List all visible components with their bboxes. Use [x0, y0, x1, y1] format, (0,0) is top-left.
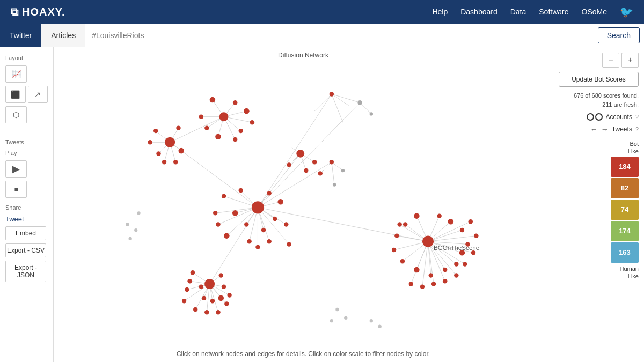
svg-point-161: [422, 236, 434, 247]
sidebar: Layout 📈 ⬛ ↗ ⬡ Tweets Play ▶ ■ Share Twe…: [0, 47, 54, 362]
accounts-label: Accounts: [606, 113, 632, 121]
svg-point-166: [218, 295, 224, 301]
svg-point-104: [244, 108, 250, 114]
zoom-out-button[interactable]: −: [602, 53, 619, 68]
nav-osome[interactable]: OSoMe: [582, 8, 607, 16]
export-csv-button[interactable]: Export - CSV: [5, 243, 46, 257]
svg-point-150: [394, 233, 399, 238]
legend-bar-3[interactable]: 174: [611, 221, 639, 241]
arrow-right-icon: →: [601, 125, 609, 134]
svg-point-134: [267, 239, 271, 243]
svg-point-144: [454, 262, 458, 266]
svg-point-147: [414, 267, 420, 273]
legend-top-label: Bot Like: [628, 140, 639, 156]
svg-point-106: [239, 129, 243, 133]
svg-point-137: [403, 222, 407, 226]
svg-point-119: [165, 137, 175, 147]
svg-point-100: [370, 319, 373, 322]
tab-articles[interactable]: Articles: [41, 24, 85, 47]
legend-bar-0[interactable]: 184: [611, 157, 639, 177]
embed-button[interactable]: Embed: [5, 226, 46, 240]
svg-point-178: [330, 92, 334, 96]
svg-point-121: [232, 210, 238, 216]
legend-bar-2[interactable]: 74: [611, 200, 639, 220]
tweets-label: Tweets: [5, 139, 48, 145]
network-btn[interactable]: ⬡: [5, 106, 27, 123]
logo-text: HOAXY.: [22, 6, 65, 18]
svg-point-94: [137, 211, 140, 215]
area-chart-btn[interactable]: ⬛: [5, 86, 26, 103]
svg-point-112: [153, 129, 158, 133]
node-label: BGOnTheScene: [434, 244, 479, 251]
svg-point-127: [284, 222, 288, 226]
svg-point-173: [204, 310, 209, 314]
svg-point-93: [126, 223, 129, 226]
svg-point-186: [318, 171, 322, 175]
legend-bar-1[interactable]: 82: [611, 178, 639, 198]
twitter-icon[interactable]: 🐦: [620, 5, 633, 18]
svg-point-98: [344, 316, 347, 320]
svg-point-182: [312, 160, 317, 164]
svg-point-95: [134, 228, 137, 232]
nav-data[interactable]: Data: [510, 8, 526, 16]
svg-point-154: [431, 282, 436, 286]
header: ⧉ HOAXY. Help Dashboard Data Software OS…: [0, 0, 644, 24]
svg-rect-0: [54, 49, 553, 360]
line-chart-btn[interactable]: 📈: [5, 65, 27, 83]
tweet-link[interactable]: Tweet: [5, 215, 48, 223]
svg-point-123: [267, 191, 271, 195]
svg-point-145: [443, 268, 447, 272]
svg-point-149: [392, 248, 396, 252]
arrow-left-icon: ←: [590, 125, 598, 134]
svg-point-114: [156, 151, 160, 156]
nav-help[interactable]: Help: [432, 8, 448, 16]
nav-dashboard[interactable]: Dashboard: [460, 8, 497, 16]
circle-icon-2: [595, 113, 603, 121]
update-bot-scores-button[interactable]: Update Bot Scores: [559, 72, 639, 87]
svg-point-130: [216, 222, 220, 226]
svg-point-140: [448, 219, 453, 225]
logo: ⧉ HOAXY.: [11, 6, 65, 18]
legend-bar-4[interactable]: 163: [611, 242, 639, 263]
svg-point-174: [216, 310, 220, 314]
svg-point-136: [252, 201, 264, 213]
tab-twitter[interactable]: Twitter: [0, 24, 41, 47]
search-button[interactable]: Search: [598, 27, 640, 43]
search-bar: Twitter Articles Search: [0, 24, 644, 47]
svg-point-163: [199, 285, 203, 289]
svg-point-160: [469, 219, 473, 224]
svg-point-141: [460, 228, 464, 232]
share-chart-btn[interactable]: ↗: [28, 86, 48, 103]
svg-point-125: [273, 217, 277, 221]
stop-button[interactable]: ■: [5, 181, 27, 198]
svg-point-138: [414, 213, 420, 219]
scores-line2: 211 are fresh.: [602, 101, 639, 108]
tweets-help-icon[interactable]: ?: [635, 126, 639, 132]
export-json-button[interactable]: Export - JSON: [5, 261, 46, 282]
zoom-in-button[interactable]: +: [621, 53, 639, 68]
legend-bars[interactable]: 1848274174163: [611, 156, 639, 264]
svg-point-164: [202, 296, 206, 300]
svg-point-124: [277, 199, 283, 205]
play-button[interactable]: ▶: [5, 160, 27, 178]
svg-point-188: [333, 183, 336, 186]
network-graph[interactable]: BGOnTheScene: [54, 47, 553, 362]
search-input[interactable]: [85, 24, 598, 47]
svg-point-167: [222, 285, 226, 289]
svg-point-132: [247, 239, 251, 243]
svg-point-96: [129, 237, 132, 240]
svg-point-110: [199, 114, 203, 119]
svg-point-148: [400, 259, 405, 263]
svg-point-162: [191, 270, 195, 275]
nav-software[interactable]: Software: [539, 8, 568, 16]
svg-point-170: [185, 287, 189, 292]
main-layout: Layout 📈 ⬛ ↗ ⬡ Tweets Play ▶ ■ Share Twe…: [0, 47, 644, 362]
svg-point-133: [255, 245, 260, 249]
svg-point-158: [471, 250, 475, 255]
accounts-help-icon[interactable]: ?: [635, 114, 639, 120]
svg-point-111: [219, 112, 229, 121]
network-title: Diffusion Network: [278, 51, 328, 59]
svg-point-185: [330, 160, 334, 164]
sidebar-divider1: [5, 130, 48, 130]
svg-point-108: [250, 120, 254, 124]
